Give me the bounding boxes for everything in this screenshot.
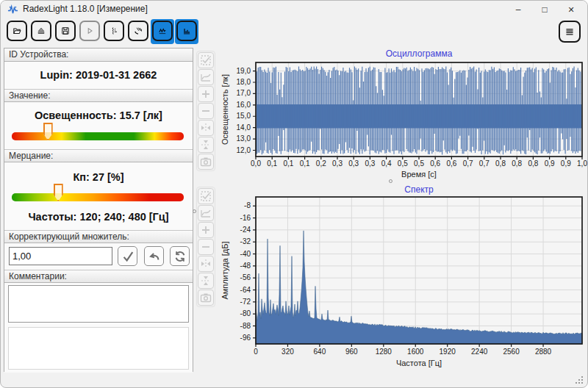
svg-text:1,0: 1,0 [577, 159, 587, 168]
svg-text:Частота [Гц]: Частота [Гц] [396, 359, 442, 367]
svg-text:1280: 1280 [376, 348, 392, 356]
svg-text:0,1: 0,1 [283, 159, 293, 168]
spectrum-chart[interactable]: -8-16-24-32-40-48-56-64-72-80-88-9603206… [218, 184, 587, 373]
svg-text:Осциллограмма: Осциллограмма [386, 48, 453, 59]
svg-text:-96: -96 [240, 334, 251, 342]
open-file-button[interactable] [7, 21, 27, 41]
svg-text:19,0: 19,0 [237, 67, 251, 75]
vertical-splitter-handle[interactable] [193, 209, 196, 213]
svg-text:18,0: 18,0 [237, 78, 251, 86]
oscillogram-toggle[interactable] [152, 21, 173, 41]
snapshot-button[interactable] [198, 154, 214, 170]
undo-multiplier-button[interactable] [144, 246, 164, 266]
minimize-button[interactable]: – [505, 1, 531, 18]
play-button[interactable] [79, 21, 100, 41]
fit-vertical-button[interactable] [198, 273, 214, 289]
spectrum-tools [196, 187, 215, 307]
spectrum-chart-icon [182, 24, 191, 38]
zoom-out-button[interactable] [198, 239, 214, 255]
resize-grip[interactable] [575, 376, 584, 384]
zoom-out-icon [199, 104, 212, 118]
fit-horizontal-button[interactable] [198, 120, 214, 136]
zoom-select-icon [199, 54, 212, 67]
eject-device-button[interactable] [31, 21, 51, 41]
zoom-select-button[interactable] [198, 188, 214, 204]
sensor-rays-button[interactable] [128, 21, 148, 41]
spectrum-toggle[interactable] [176, 21, 197, 41]
multiplier-section [4, 243, 193, 270]
zoom-select-button[interactable] [198, 52, 214, 68]
undo-arrow-icon [148, 250, 161, 263]
svg-text:0,8: 0,8 [528, 159, 538, 168]
window-title: RadexLight 1.18.0 [Измерение] [23, 4, 148, 14]
zoom-select-icon [199, 190, 212, 203]
app-logo-icon [7, 4, 18, 15]
svg-text:0,1: 0,1 [267, 159, 277, 168]
fit-horizontal-icon [199, 257, 212, 270]
svg-text:0,9: 0,9 [545, 159, 555, 168]
svg-text:16,0: 16,0 [237, 101, 251, 109]
svg-text:0,3: 0,3 [348, 159, 359, 168]
multiplier-input[interactable] [9, 247, 112, 265]
autoscale-icon [199, 206, 212, 220]
illuminance-gauge-bar [12, 132, 184, 140]
snapshot-icon [199, 291, 212, 304]
svg-text:0,9: 0,9 [561, 159, 571, 168]
oscillogram-svg[interactable]: 19,018,017,016,015,014,013,012,00,00,10,… [218, 48, 587, 183]
svg-text:-24: -24 [240, 226, 251, 234]
maximize-button[interactable]: □ [531, 1, 558, 18]
svg-text:0: 0 [254, 348, 258, 356]
zoom-in-button[interactable] [198, 222, 214, 238]
svg-text:14,0: 14,0 [237, 123, 251, 132]
svg-text:-80: -80 [240, 309, 251, 317]
panel-spacer [8, 327, 189, 370]
svg-text:2240: 2240 [471, 348, 488, 356]
svg-text:13,0: 13,0 [237, 134, 251, 143]
horizontal-splitter-handle[interactable] [389, 179, 392, 183]
eject-icon [37, 24, 46, 38]
measurement-sidebar: ID Устройства: Lupin: 2019-01-31 2662 Зн… [4, 48, 193, 372]
save-button[interactable] [55, 21, 76, 41]
svg-text:17,0: 17,0 [237, 89, 251, 97]
snapshot-icon [199, 155, 212, 168]
zoom-out-button[interactable] [198, 103, 214, 119]
svg-text:1920: 1920 [440, 348, 456, 356]
open-folder-icon [12, 24, 21, 38]
refresh-multiplier-button[interactable] [170, 246, 190, 266]
svg-text:-64: -64 [240, 286, 251, 294]
app-window: RadexLight 1.18.0 [Измерение] – □ ✕ [0, 0, 588, 388]
svg-text:320: 320 [282, 348, 294, 356]
svg-text:-40: -40 [240, 250, 251, 258]
menu-button[interactable] [559, 21, 581, 43]
autoscale-button[interactable] [198, 69, 214, 85]
autoscale-icon [199, 71, 212, 84]
oscillogram-chart[interactable]: 19,018,017,016,015,014,013,012,00,00,10,… [218, 48, 587, 183]
close-button[interactable]: ✕ [558, 1, 584, 18]
svg-text:12,0: 12,0 [237, 146, 251, 154]
fit-vertical-button[interactable] [198, 137, 214, 153]
autoscale-button[interactable] [198, 205, 214, 221]
fit-horizontal-button[interactable] [198, 256, 214, 272]
zoom-in-button[interactable] [198, 86, 214, 102]
zoom-out-icon [199, 240, 212, 254]
comments-textarea[interactable] [8, 285, 189, 323]
svg-text:0,4: 0,4 [381, 159, 392, 168]
device-id-header: ID Устройства: [4, 48, 193, 62]
svg-text:0,7: 0,7 [463, 159, 473, 168]
zoom-in-icon [199, 87, 212, 101]
spectrum-svg[interactable]: -8-16-24-32-40-48-56-64-72-80-88-9603206… [218, 184, 587, 373]
snapshot-button[interactable] [198, 290, 214, 306]
pulse-measure-button[interactable] [104, 21, 124, 41]
svg-text:0,0: 0,0 [251, 159, 261, 168]
apply-multiplier-button[interactable] [118, 246, 137, 266]
comments-header: Комментарии: [4, 270, 193, 283]
svg-text:0,8: 0,8 [512, 159, 522, 168]
svg-text:0,1: 0,1 [300, 159, 310, 168]
save-floppy-icon [61, 24, 70, 38]
main-toolbar [5, 19, 198, 44]
svg-text:0,2: 0,2 [316, 159, 326, 168]
oscillogram-chart-icon [158, 24, 167, 38]
fit-vertical-icon [199, 138, 212, 151]
svg-text:1600: 1600 [407, 348, 424, 356]
svg-text:-48: -48 [240, 262, 251, 270]
